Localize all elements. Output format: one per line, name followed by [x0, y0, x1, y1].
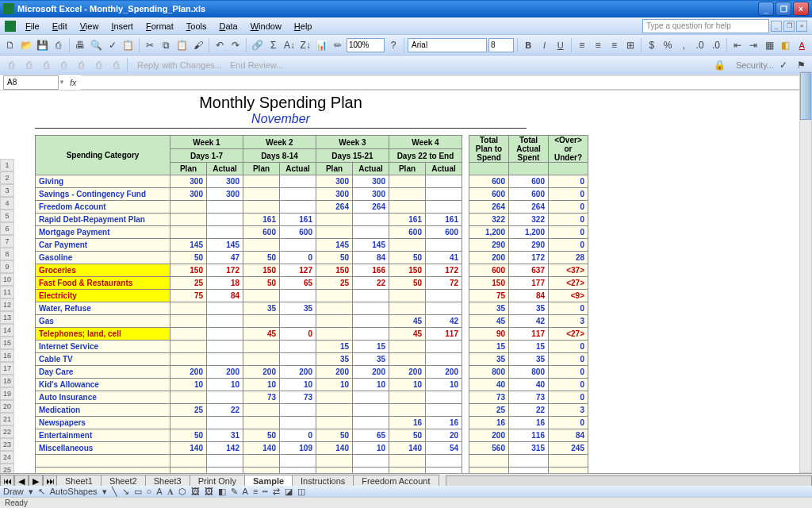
plan-cell[interactable]: [316, 226, 353, 239]
actual-cell[interactable]: [280, 417, 316, 429]
plan-cell[interactable]: [316, 455, 353, 468]
actual-cell[interactable]: [207, 353, 243, 366]
plan-cell[interactable]: 10: [243, 379, 280, 391]
plan-cell[interactable]: [170, 391, 207, 404]
plan-cell[interactable]: 25: [170, 404, 207, 417]
total-plan-cell[interactable]: 560: [469, 442, 509, 455]
copy-button[interactable]: ⧉: [159, 37, 173, 53]
sheet-tab[interactable]: Sheet1: [56, 475, 102, 487]
currency-button[interactable]: $: [645, 37, 659, 53]
menu-tools[interactable]: Tools: [180, 20, 213, 33]
plan-cell[interactable]: 150: [316, 264, 353, 277]
total-actual-cell[interactable]: 600: [509, 188, 549, 201]
row-header[interactable]: 7: [0, 235, 14, 248]
total-actual-cell[interactable]: 264: [509, 201, 549, 214]
total-plan-cell[interactable]: 200: [469, 429, 509, 442]
plan-cell[interactable]: [170, 353, 207, 366]
diff-cell[interactable]: 0: [549, 188, 588, 201]
total-plan-cell[interactable]: 40: [469, 379, 509, 391]
category-cell[interactable]: Day Care: [36, 366, 170, 379]
total-actual-cell[interactable]: 22: [509, 404, 549, 417]
align-left-button[interactable]: ≡: [575, 37, 589, 53]
zoom-select[interactable]: [347, 38, 385, 52]
plan-cell[interactable]: [170, 201, 207, 214]
plan-cell[interactable]: 10: [389, 379, 426, 391]
row-header[interactable]: 17: [0, 362, 14, 375]
total-plan-cell[interactable]: [469, 455, 509, 468]
align-right-button[interactable]: ≡: [607, 37, 621, 53]
actual-cell[interactable]: [353, 391, 389, 404]
row-header[interactable]: 2: [0, 171, 14, 184]
plan-cell[interactable]: 15: [316, 341, 353, 353]
total-plan-cell[interactable]: 25: [469, 404, 509, 417]
actual-cell[interactable]: [426, 188, 462, 201]
plan-cell[interactable]: [170, 417, 207, 429]
plan-cell[interactable]: 145: [170, 239, 207, 252]
plan-cell[interactable]: [316, 214, 353, 226]
diagram-button[interactable]: ⬡: [178, 487, 186, 497]
diff-cell[interactable]: 0: [549, 391, 588, 404]
menu-help[interactable]: Help: [288, 20, 319, 33]
category-cell[interactable]: Internet Service: [36, 341, 170, 353]
actual-cell[interactable]: 600: [280, 226, 316, 239]
sheet-tab[interactable]: Freedom Account: [353, 475, 439, 487]
font-name-select[interactable]: [408, 38, 487, 52]
row-header[interactable]: 9: [0, 260, 14, 273]
plan-cell[interactable]: 50: [389, 277, 426, 290]
total-plan-cell[interactable]: 35: [469, 302, 509, 315]
plan-cell[interactable]: [389, 239, 426, 252]
plan-cell[interactable]: [170, 328, 207, 341]
security2-button[interactable]: ✓: [776, 57, 791, 73]
underline-button[interactable]: U: [553, 37, 568, 53]
clipart-button[interactable]: 🖼: [191, 487, 200, 496]
row-header[interactable]: 12: [0, 298, 14, 311]
sheet-tab[interactable]: Instructions: [292, 475, 354, 487]
total-actual-cell[interactable]: 322: [509, 214, 549, 226]
inc-indent-button[interactable]: ⇥: [746, 37, 760, 53]
close-button[interactable]: ×: [793, 2, 809, 16]
dec-indent-button[interactable]: ⇤: [730, 37, 745, 53]
total-plan-cell[interactable]: 90: [469, 328, 509, 341]
plan-cell[interactable]: 600: [243, 226, 280, 239]
plan-cell[interactable]: [243, 175, 280, 188]
actual-cell[interactable]: [353, 214, 389, 226]
actual-cell[interactable]: 127: [280, 264, 316, 277]
category-cell[interactable]: Water, Refuse: [36, 302, 170, 315]
sum-button[interactable]: Σ: [266, 37, 281, 53]
category-cell[interactable]: Newspapers: [36, 417, 170, 429]
actual-cell[interactable]: [426, 302, 462, 315]
plan-cell[interactable]: [389, 188, 426, 201]
diff-cell[interactable]: 0: [549, 239, 588, 252]
actual-cell[interactable]: 145: [207, 239, 243, 252]
plan-cell[interactable]: [243, 315, 280, 328]
actual-cell[interactable]: 10: [207, 379, 243, 391]
font-size-select[interactable]: [488, 38, 514, 52]
total-plan-cell[interactable]: 15: [469, 341, 509, 353]
actual-cell[interactable]: [280, 239, 316, 252]
dashstyle-button[interactable]: ┅: [262, 487, 268, 497]
plan-cell[interactable]: 45: [389, 315, 426, 328]
actual-cell[interactable]: 65: [280, 277, 316, 290]
plan-cell[interactable]: 200: [316, 366, 353, 379]
plan-cell[interactable]: 161: [243, 214, 280, 226]
menu-window[interactable]: Window: [244, 20, 288, 33]
actual-cell[interactable]: [207, 302, 243, 315]
actual-cell[interactable]: 300: [353, 188, 389, 201]
plan-cell[interactable]: 140: [316, 442, 353, 455]
diff-cell[interactable]: 0: [549, 353, 588, 366]
plan-cell[interactable]: [243, 201, 280, 214]
textbox-button[interactable]: A: [156, 487, 162, 496]
review4-button[interactable]: ⎙: [56, 57, 71, 73]
actual-cell[interactable]: 15: [353, 341, 389, 353]
category-cell[interactable]: Kid's Allowance: [36, 379, 170, 391]
actual-cell[interactable]: [426, 391, 462, 404]
actual-cell[interactable]: 117: [426, 328, 462, 341]
align-center-button[interactable]: ≡: [591, 37, 605, 53]
total-plan-cell[interactable]: 35: [469, 353, 509, 366]
diff-cell[interactable]: <27>: [549, 328, 588, 341]
diff-cell[interactable]: 0: [549, 366, 588, 379]
reply-changes-button[interactable]: Reply with Changes...: [137, 60, 222, 70]
actual-cell[interactable]: 16: [426, 417, 462, 429]
plan-cell[interactable]: 25: [316, 277, 353, 290]
actual-cell[interactable]: [353, 417, 389, 429]
